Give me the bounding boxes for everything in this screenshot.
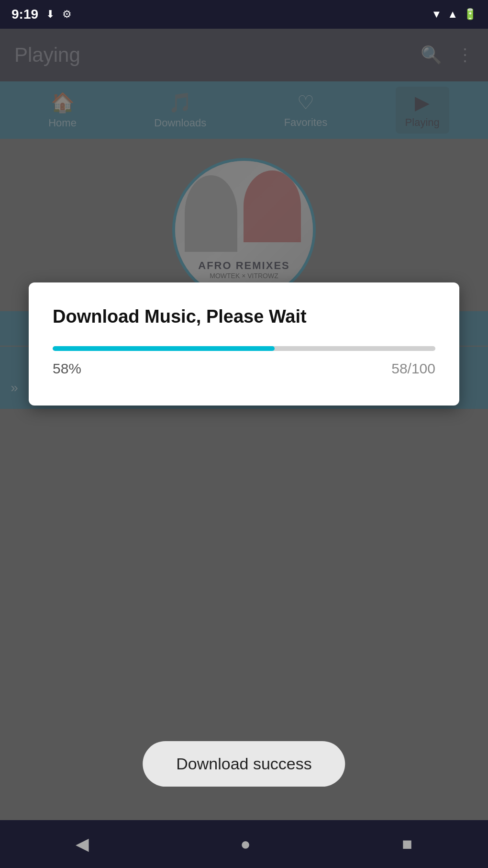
progress-percent-label: 58%: [53, 361, 81, 377]
status-left: 9:19 ⬇ ⚙: [11, 7, 72, 22]
download-success-toast: Download success: [143, 741, 345, 787]
progress-bar-fill: [53, 346, 275, 351]
settings-status-icon: ⚙: [62, 8, 72, 21]
dim-overlay: [0, 0, 488, 868]
wifi-icon: ▼: [431, 8, 442, 21]
toast-text: Download success: [176, 755, 311, 773]
dialog-title: Download Music, Please Wait: [53, 306, 435, 327]
progress-bar-track: [53, 346, 435, 351]
status-time: 9:19: [11, 7, 38, 22]
recents-button[interactable]: ■: [392, 829, 422, 859]
bottom-navigation: ◀ ● ■: [0, 820, 488, 868]
status-bar: 9:19 ⬇ ⚙ ▼ ▲ 🔋: [0, 0, 488, 29]
signal-icon: ▲: [447, 8, 458, 21]
download-dialog: Download Music, Please Wait 58% 58/100: [29, 282, 459, 406]
battery-icon: 🔋: [464, 8, 477, 21]
back-button[interactable]: ◀: [66, 829, 99, 859]
progress-count-label: 58/100: [391, 361, 435, 377]
download-status-icon: ⬇: [46, 8, 55, 21]
home-button[interactable]: ●: [231, 829, 260, 859]
progress-labels: 58% 58/100: [53, 361, 435, 377]
status-right: ▼ ▲ 🔋: [431, 8, 477, 21]
